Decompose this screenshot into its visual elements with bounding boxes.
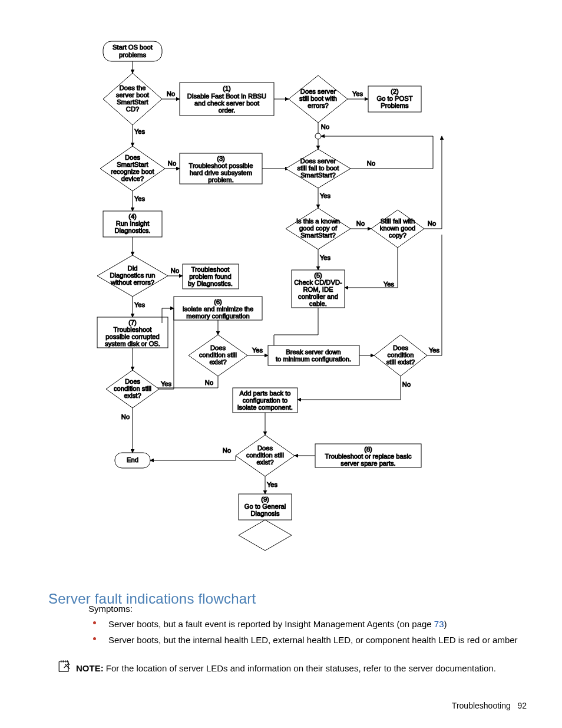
svg-text:cable.: cable. [309,300,327,307]
svg-text:Still fail with: Still fail with [381,218,415,225]
svg-text:Does: Does [257,444,273,452]
svg-text:Is this a known: Is this a known [296,218,340,225]
svg-text:Yes: Yes [134,128,146,135]
svg-text:End: End [127,456,138,463]
svg-text:good copy of: good copy of [299,225,338,232]
svg-text:Yes: Yes [134,301,146,308]
svg-text:and check server boot: and check server boot [194,100,260,107]
svg-text:SmartStart?: SmartStart? [300,172,336,179]
svg-text:without errors?: without errors? [110,279,154,286]
svg-text:Isolate and minimize the: Isolate and minimize the [183,305,254,312]
svg-text:Yes: Yes [384,281,395,288]
svg-text:exist?: exist? [256,459,273,466]
svg-text:copy?: copy? [389,232,406,239]
svg-text:No: No [321,123,329,130]
svg-text:order.: order. [219,107,236,114]
svg-marker-172 [239,520,292,551]
footer-page-number: 92 [517,701,527,710]
svg-text:Does: Does [393,344,409,351]
note-icon [56,657,72,674]
svg-text:Does: Does [210,344,226,351]
svg-text:Diagnostics.: Diagnostics. [115,227,151,234]
svg-text:Yes: Yes [320,192,331,199]
page-link[interactable]: 73 [434,619,444,629]
svg-text:problems: problems [119,51,146,58]
svg-text:No: No [205,379,213,386]
svg-text:exist?: exist? [124,392,141,399]
svg-text:No: No [402,381,411,388]
svg-text:Yes: Yes [429,347,440,354]
svg-text:(2): (2) [391,88,399,95]
svg-text:problem found: problem found [189,273,232,280]
svg-text:ROM, IDE: ROM, IDE [303,286,333,293]
svg-text:Diagnostics run: Diagnostics run [110,272,155,279]
svg-text:condition: condition [388,351,414,358]
symptoms-label: Symptoms: [88,602,133,615]
svg-text:possible corrupted: possible corrupted [105,333,159,340]
svg-point-26 [315,133,321,139]
document-page: Start OS boot problems Does the server b… [0,0,562,728]
svg-text:(5): (5) [314,272,322,279]
svg-text:Go to POST: Go to POST [377,95,413,102]
bullet-dot [93,637,96,640]
svg-text:Does server: Does server [300,157,336,164]
svg-text:(1): (1) [223,85,231,92]
svg-text:Check CD/DVD-: Check CD/DVD- [294,279,342,286]
svg-text:condition still: condition still [246,452,284,459]
note-body: For the location of server LEDs and info… [104,663,496,673]
page-footer: Troubleshooting 92 [452,701,527,710]
svg-text:(8): (8) [364,446,372,453]
svg-text:device?: device? [121,175,144,182]
svg-text:Yes: Yes [267,481,278,488]
svg-text:Troubleshoot: Troubleshoot [114,326,153,333]
svg-text:No: No [168,160,176,167]
flowchart-diagram: Start OS boot problems Does the server b… [91,40,457,571]
svg-text:configuration to: configuration to [243,397,288,404]
svg-text:Does server: Does server [300,88,336,95]
svg-text:Yes: Yes [161,380,172,387]
svg-text:Yes: Yes [252,347,263,354]
svg-text:(6): (6) [214,298,222,305]
svg-text:to minimum configuration.: to minimum configuration. [276,355,351,363]
svg-text:Troubleshoot possible: Troubleshoot possible [189,162,253,169]
svg-text:(4): (4) [128,213,137,220]
svg-text:still boot with: still boot with [299,95,337,102]
svg-text:Run Insight: Run Insight [116,220,150,227]
svg-text:SmartStart: SmartStart [117,161,148,168]
footer-section: Troubleshooting [452,701,511,710]
svg-text:server spare parts.: server spare parts. [340,460,395,467]
svg-text:memory configuration: memory configuration [186,312,250,319]
svg-text:system disk or OS.: system disk or OS. [105,340,160,347]
svg-text:condition still: condition still [199,351,237,358]
svg-text:CD?: CD? [126,106,139,113]
bullet-text: Server boots, but a fault event is repor… [108,619,434,629]
svg-text:Yes: Yes [134,195,146,202]
svg-text:controller and: controller and [298,293,338,300]
svg-text:No: No [356,220,365,227]
svg-text:No: No [121,413,130,420]
bullet-item: Server boots, but the internal health LE… [93,634,527,647]
svg-text:(3): (3) [217,155,225,162]
bullet-text: Server boots, but the internal health LE… [108,634,527,647]
svg-text:(7): (7) [128,319,137,326]
svg-text:No: No [171,267,179,274]
bullet-text-post: ) [444,619,447,629]
svg-text:server boot: server boot [116,91,150,98]
svg-text:still exist?: still exist? [386,358,415,365]
svg-text:known good: known good [380,225,415,232]
svg-text:SmartStart?: SmartStart? [300,232,336,239]
svg-text:condition still: condition still [114,385,151,392]
svg-text:errors?: errors? [308,102,328,109]
svg-text:No: No [367,160,375,167]
svg-text:No: No [167,90,175,97]
svg-text:Start OS boot: Start OS boot [113,44,153,51]
svg-text:Diagnosis: Diagnosis [250,510,280,517]
svg-text:still fail to boot: still fail to boot [297,164,340,172]
section-heading: Server fault indications flowchart [48,591,256,607]
bullet-item: Server boots, but a fault event is repor… [93,618,527,631]
svg-text:(9): (9) [261,496,269,503]
bullet-dot [93,621,96,624]
svg-text:Problems: Problems [381,102,409,109]
svg-text:exist?: exist? [209,358,226,365]
svg-text:Troubleshoot or replace basic: Troubleshoot or replace basic [325,453,412,460]
